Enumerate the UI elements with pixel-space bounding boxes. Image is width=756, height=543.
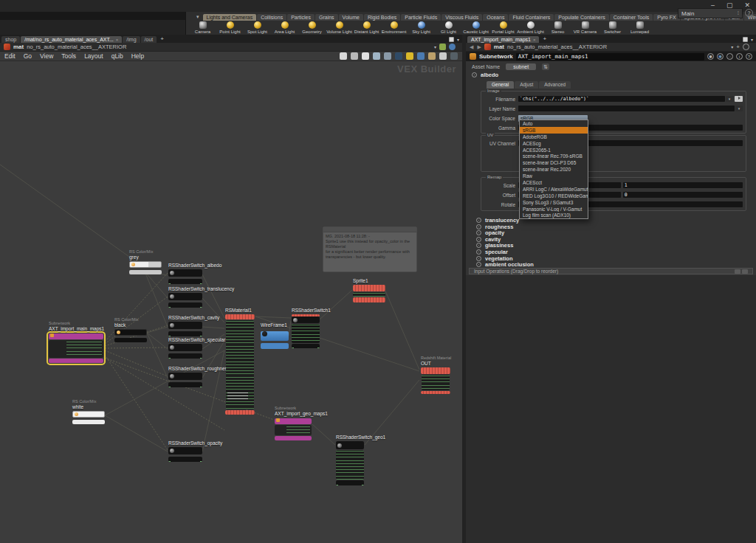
node-body[interactable]	[421, 367, 450, 394]
shelf-tab-populate-containers[interactable]: Populate Containers	[554, 14, 608, 21]
gear-icon[interactable]	[476, 230, 481, 235]
file-chooser-icon[interactable]	[735, 96, 743, 102]
gear-icon[interactable]	[476, 256, 481, 261]
node-rsshaderswitch-albedo[interactable]: RSShaderSwitch_albedo	[168, 269, 202, 284]
shelf-tool-sky-light[interactable]: Sky Light	[408, 21, 435, 35]
node-rsshaderswitch1[interactable]: RSShaderSwitch1	[292, 314, 320, 348]
node-body[interactable]	[168, 269, 202, 284]
node-axt-import-main-maps1[interactable]: SubnetworkAXT_import_main_maps1	[49, 333, 103, 363]
select-tool-icon[interactable]	[340, 52, 347, 60]
menu-item-auto[interactable]: Auto	[520, 120, 588, 127]
node-rsshaderswitch-specular[interactable]: RSShaderSwitch_specular	[168, 344, 202, 359]
sticky-note[interactable]: MG. 2021-08-18 11:28: -Sprite1 use this …	[323, 226, 417, 272]
desktop-menu-icon[interactable]: ⁝	[738, 10, 739, 16]
menu-item-acescg[interactable]: ACEScg	[520, 140, 588, 147]
section-ambient-occlusion[interactable]: ambient occlusion	[476, 261, 534, 268]
shelf-tool-camera[interactable]: Camera	[189, 21, 216, 35]
menu-item-arri-logc-alexawidegamut[interactable]: ARRI LogC / AlexaWideGamut	[520, 186, 588, 193]
layer_name-input[interactable]	[518, 106, 735, 111]
pane-menu-icon[interactable]: ▾	[751, 37, 753, 42]
shelf-tab-viscous-fluids[interactable]: Viscous Fluids	[441, 14, 482, 21]
info-icon[interactable]: i	[736, 53, 743, 60]
network-canvas[interactable]: VEX Builder MG. 2021-08-18 11:28: -Sprit…	[0, 61, 462, 543]
shelf-tool-stereo-camera[interactable]: Stereo Camera	[544, 21, 571, 35]
sync-icon[interactable]	[449, 44, 456, 50]
menu-help[interactable]: Help	[131, 52, 144, 60]
input-ops-button[interactable]	[735, 269, 740, 274]
nav-forward-icon[interactable]: ▶	[477, 44, 481, 50]
node-body[interactable]	[275, 418, 312, 440]
node-name-field[interactable]: AXT_import_main_maps1	[516, 53, 704, 60]
help-icon[interactable]: ?	[746, 53, 752, 60]
gear-icon[interactable]	[472, 72, 477, 77]
node-axt-import-geo-maps1[interactable]: SubnetworkAXT_import_geo_maps1	[275, 418, 312, 440]
node-body[interactable]	[168, 447, 202, 462]
node-body[interactable]	[292, 314, 320, 348]
node-black[interactable]: RS Color/Mixblack	[114, 329, 147, 342]
chevron-down-icon[interactable]: ▾	[735, 106, 743, 111]
shelf-tool-lumepad-camera[interactable]: Lumepad Camera	[626, 21, 653, 35]
node-sprite1[interactable]: Sprite1	[353, 285, 385, 302]
backdrop-icon[interactable]	[428, 52, 436, 60]
node-body[interactable]	[336, 441, 364, 485]
path-dropdown-icon[interactable]: ▾	[434, 44, 436, 49]
node-rsmaterial1[interactable]: RSMaterial1	[225, 314, 255, 415]
asset-name-button[interactable]: subnet	[506, 63, 536, 70]
camera-view-icon[interactable]	[450, 52, 458, 60]
pane-tab-out[interactable]: /out	[141, 36, 157, 43]
export-icon[interactable]	[351, 52, 358, 60]
pane-tab-mat-no-rs-auto-material-aces-axt[interactable]: /mat/no_rs_auto_material_aces_AXT...×	[21, 36, 122, 43]
section-albedo[interactable]: albedo	[472, 72, 498, 78]
sticky-note-header[interactable]	[323, 227, 416, 232]
history-icon[interactable]	[743, 44, 749, 50]
menu-view[interactable]: View	[40, 52, 53, 60]
shelf-tool-distant-light[interactable]: Distant Light	[353, 21, 380, 35]
scale-input[interactable]: 1	[623, 182, 743, 188]
shelf-tool-spot-light[interactable]: Spot Light	[244, 21, 271, 35]
node-rsshaderswitch-roughness[interactable]: RSShaderSwitch_roughness	[168, 373, 202, 387]
new-tab-button[interactable]: +	[540, 35, 549, 42]
shelf-tab-collisions[interactable]: Collisions	[257, 14, 286, 21]
shelf-tab-fluid-containers[interactable]: Fluid Containers	[509, 14, 554, 21]
gear-icon[interactable]	[476, 237, 481, 242]
offset-input[interactable]: 0	[623, 192, 743, 198]
shelf-tool-environment-light[interactable]: Environment Light	[380, 21, 408, 35]
node-out[interactable]: Redshift MaterialOUT	[421, 367, 450, 394]
node-body[interactable]	[168, 373, 202, 387]
shelf-tab-volume[interactable]: Volume	[339, 14, 363, 21]
input-ops-button[interactable]	[742, 269, 748, 274]
node-body[interactable]	[129, 261, 162, 274]
shelf-tab-grains[interactable]: Grains	[315, 14, 338, 21]
shelf-tool-ambient-light[interactable]: Ambient Light	[517, 21, 544, 35]
freeze-icon[interactable]: ❋	[717, 53, 724, 60]
menu-item-log-film-scan-adx10[interactable]: Log film scan (ADX10)	[520, 212, 588, 218]
node-body[interactable]	[72, 411, 105, 424]
node-rsshaderswitch-geo1[interactable]: RSShaderSwitch_geo1	[336, 441, 364, 485]
tab-advanced[interactable]: Advanced	[539, 81, 571, 89]
node-body[interactable]	[168, 344, 202, 359]
pane-menu-icon[interactable]: ▾	[457, 37, 459, 42]
node-body[interactable]	[225, 314, 255, 415]
shelf-tool-vr-camera[interactable]: VR Camera	[571, 21, 599, 35]
pin-add-icon[interactable]: +	[736, 44, 740, 50]
pane-maximize-icon[interactable]	[449, 37, 454, 42]
grid-view-icon[interactable]	[373, 52, 380, 60]
post-it-note-icon[interactable]	[406, 52, 413, 60]
menu-item-acescct[interactable]: ACEScct	[520, 179, 588, 186]
menu-item-scene-linear-dci-p3-d65[interactable]: scene-linear DCI-P3 D65	[520, 159, 588, 166]
menu-item-red-log3g10-redwidegamutrgb[interactable]: RED Log3G10 / REDWideGamutRGB	[520, 193, 588, 199]
menu-edit[interactable]: Edit	[4, 52, 16, 60]
node-rsshaderswitch-opacity[interactable]: RSShaderSwitch_opacity	[168, 447, 202, 462]
shelf-tool-geometry-light[interactable]: Geometry Light	[298, 21, 326, 35]
menu-item-adobergb[interactable]: AdobeRGB	[520, 134, 588, 140]
nav-back-icon[interactable]: ◀	[470, 44, 473, 50]
menu-item-aces2065-1[interactable]: ACES2065-1	[520, 147, 588, 153]
menu-go[interactable]: Go	[24, 52, 32, 60]
shelf-tab-pyro-fx[interactable]: Pyro FX	[653, 14, 679, 21]
tab-adjust[interactable]: Adjust	[515, 81, 538, 89]
shelf-overflow-icon[interactable]: ▾	[193, 13, 202, 21]
search-icon[interactable]: ◌	[726, 53, 733, 60]
shelf-tab-container-tools[interactable]: Container Tools	[610, 14, 653, 21]
help-button[interactable]: ?	[745, 9, 753, 17]
list-view-icon[interactable]	[384, 52, 391, 60]
